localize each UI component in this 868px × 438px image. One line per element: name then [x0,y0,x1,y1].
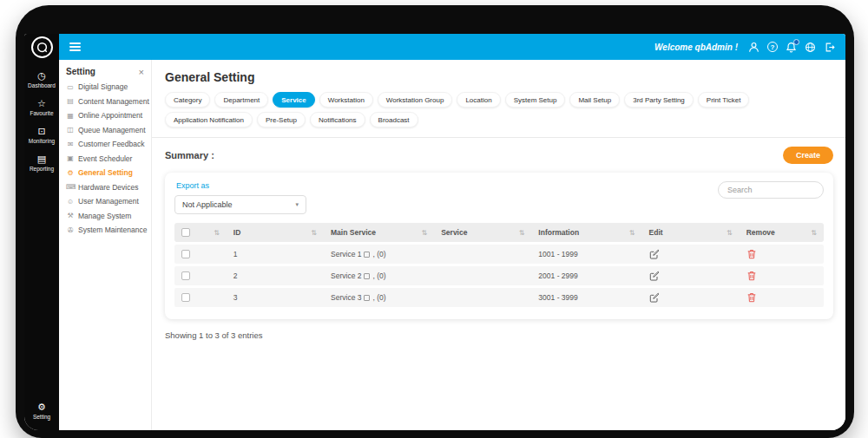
logout-icon[interactable] [824,42,835,53]
tab-application-notification[interactable]: Application Notification [165,112,253,127]
edit-icon[interactable] [649,292,660,303]
table-entries-info: Showing 1 to 3 of 3 entries [165,330,833,340]
tab-system-setup[interactable]: System Setup [505,92,566,108]
tab-print-ticket[interactable]: Print Ticket [698,92,750,108]
tab-workstation-group[interactable]: Workstation Group [378,92,453,108]
notifications-bell[interactable] [786,42,797,53]
sidebar-item-user-management[interactable]: ☺ User Management [59,197,151,206]
sidebar-item-system-maintenance[interactable]: ✇ System Maintenance [59,226,151,234]
create-button[interactable]: Create [783,147,833,164]
event-scheduler-icon: ▣ [66,154,75,162]
help-icon[interactable]: ? [767,42,778,52]
sidebar-item-queue-management[interactable]: ◫ Queue Management [59,126,151,134]
page: ◷ Dashboard ☆ Favourite ⊡ Monitoring ▤ R… [0,0,868,438]
cell-select [174,271,227,280]
sort-icon[interactable]: ⇅ [214,229,220,237]
sidebar-item-customer-feedback[interactable]: ✉ Customer Feedback [59,140,151,148]
tab-broadcast[interactable]: Broadcast [370,112,418,127]
select-all-checkbox[interactable] [181,228,190,237]
cell-edit [642,249,740,259]
page-title: General Setting [165,70,833,84]
trash-icon[interactable] [746,249,757,259]
main-content: General Setting CategoryDepartmentServic… [152,60,845,430]
search-input[interactable] [718,181,824,199]
hardware-devices-icon: ⌨ [66,183,75,191]
logo-icon [36,41,49,54]
row-checkbox[interactable] [181,293,190,302]
sidebar-item-general-setting[interactable]: ⚙ General Setting [59,168,151,177]
dashboard-icon: ◷ [37,70,46,82]
col-header-edit[interactable]: Edit ⇅ [642,228,740,237]
table-row: 3 Service 3, (0) 3001 - 3999 [174,288,824,307]
cell-select [174,293,227,302]
cell-edit [642,292,740,303]
globe-icon[interactable] [805,42,816,53]
tab-location[interactable]: Location [457,92,500,108]
rail-item-setting[interactable]: ⚙ Setting [33,402,50,420]
nav-rail: ◷ Dashboard ☆ Favourite ⊡ Monitoring ▤ R… [24,34,59,430]
export-section: Export as Not Applicable ▾ [174,180,306,214]
tab-workstation[interactable]: Workstation [319,92,373,108]
cell-id: 1 [227,250,324,258]
export-format-value: Not Applicable [182,200,233,209]
setting-menu: ▭ Digital Signage ▤ Content Management ▦… [59,82,151,234]
user-icon[interactable] [748,42,760,53]
system-maintenance-icon: ✇ [66,226,75,234]
table-body: 1 Service 1, (0) 1001 - 1999 2 Service 2… [174,245,824,307]
sidebar-item-hardware-devices[interactable]: ⌨ Hardware Devices [59,183,151,192]
language-icon [364,273,370,279]
digital-signage-icon: ▭ [66,83,75,91]
tablet-frame: ◷ Dashboard ☆ Favourite ⊡ Monitoring ▤ R… [16,5,854,438]
sort-icon: ⇅ [421,229,427,237]
trash-icon[interactable] [746,271,757,281]
tab-service[interactable]: Service [273,92,314,108]
tab-notifications[interactable]: Notifications [310,112,365,127]
summary-row: Summary : Create [165,147,833,164]
edit-icon[interactable] [649,249,660,259]
sort-icon: ⇅ [727,229,733,237]
rail-item-favourite[interactable]: ☆ Favourite [28,98,56,116]
col-header-remove[interactable]: Remove ⇅ [740,228,824,237]
card-toolbar: Export as Not Applicable ▾ [174,180,824,214]
export-format-select[interactable]: Not Applicable ▾ [174,195,306,214]
favourite-icon: ☆ [37,98,46,109]
sidebar-item-manage-system[interactable]: ⚒ Manage System [59,212,151,220]
sidebar-title: Setting [66,67,95,76]
export-as-label[interactable]: Export as [176,181,306,190]
content-management-icon: ▤ [66,97,75,105]
row-checkbox[interactable] [181,271,190,280]
col-header-information[interactable]: Information ⇅ [531,228,641,237]
notification-badge [793,39,799,45]
top-bar-actions: Welcome qbAdmin ! ? [654,42,835,53]
col-header-service[interactable]: Service ⇅ [434,228,531,237]
row-checkbox[interactable] [181,250,190,258]
language-icon [364,252,370,258]
rail-item-dashboard[interactable]: ◷ Dashboard [28,70,56,88]
sidebar-item-content-management[interactable]: ▤ Content Management [59,97,151,106]
hamburger-menu-icon[interactable] [69,42,81,52]
tab-mail-setup[interactable]: Mail Setup [569,92,620,108]
tab-pre-setup[interactable]: Pre-Setup [257,112,306,127]
cell-information: 3001 - 3999 [531,293,641,302]
sidebar-item-event-scheduler[interactable]: ▣ Event Scheduler [59,154,151,163]
select-all-header: ⇅ [174,228,227,237]
app-logo [31,36,53,58]
rail-item-monitoring[interactable]: ⊡ Monitoring [28,126,56,144]
cell-remove [740,292,824,303]
tab-3rd-party-setting[interactable]: 3rd Party Setting [624,92,694,108]
sidebar-item-digital-signage[interactable]: ▭ Digital Signage [59,82,151,91]
sidebar-item-online-appointment[interactable]: ▦ Online Appointment [59,111,151,120]
col-header-id[interactable]: ID ⇅ [227,228,324,237]
tab-category[interactable]: Category [165,92,210,108]
edit-icon[interactable] [649,271,660,281]
cell-main-service: Service 1, (0) [324,250,434,258]
trash-icon[interactable] [746,292,757,303]
rail-item-reporting[interactable]: ▤ Reporting [28,154,56,172]
cell-remove [740,271,824,281]
cell-main-service: Service 2, (0) [324,271,434,280]
user-management-icon: ☺ [66,198,75,206]
col-header-main-service[interactable]: Main Service ⇅ [324,228,434,237]
tab-department[interactable]: Department [214,92,268,108]
sort-icon: ⇅ [629,229,635,237]
close-icon[interactable]: × [139,68,144,76]
